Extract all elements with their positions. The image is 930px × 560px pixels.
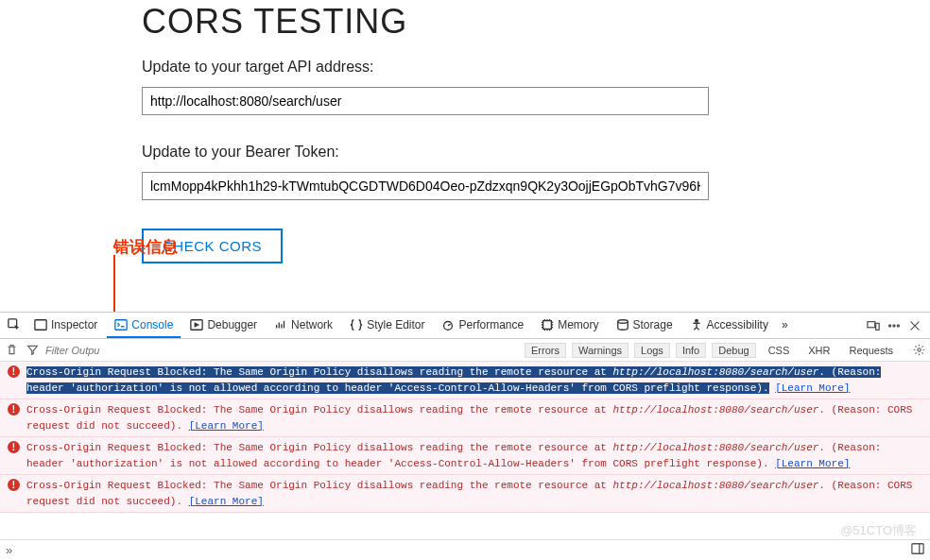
filter-icon xyxy=(25,344,40,356)
filter-logs-button[interactable]: Logs xyxy=(634,343,670,358)
svg-point-12 xyxy=(897,324,899,326)
tab-inspector[interactable]: Inspector xyxy=(26,313,105,338)
filter-errors-button[interactable]: Errors xyxy=(525,343,566,358)
dots-icon xyxy=(887,319,901,332)
accessibility-icon xyxy=(690,318,703,331)
svg-rect-14 xyxy=(912,544,923,554)
devtools-menu-button[interactable] xyxy=(887,318,902,333)
performance-icon xyxy=(441,318,455,331)
api-address-input[interactable] xyxy=(142,87,709,115)
devtools-footer: » xyxy=(0,539,930,560)
console-error-row[interactable]: !Cross-Origin Request Blocked: The Same … xyxy=(0,399,930,437)
trash-icon xyxy=(6,344,18,356)
svg-rect-9 xyxy=(876,323,880,330)
svg-point-11 xyxy=(893,324,895,326)
error-icon: ! xyxy=(8,365,20,378)
panel-icon xyxy=(911,542,924,555)
tab-label: Network xyxy=(291,318,333,331)
console-prompt-icon[interactable]: » xyxy=(6,543,12,557)
learn-more-link[interactable]: Learn More xyxy=(189,496,264,507)
close-icon xyxy=(908,319,921,332)
filter-css-button[interactable]: CSS xyxy=(762,343,797,358)
debugger-icon xyxy=(190,318,203,331)
console-filter-input[interactable] xyxy=(45,345,130,356)
console-settings-button[interactable] xyxy=(911,344,926,356)
console-error-row[interactable]: !Cross-Origin Request Blocked: The Same … xyxy=(0,437,930,475)
close-devtools-button[interactable] xyxy=(907,318,922,333)
tab-label: Accessibility xyxy=(707,318,768,331)
error-icon: ! xyxy=(8,441,20,453)
tab-label: Performance xyxy=(458,318,524,331)
console-error-row[interactable]: !Cross-Origin Request Blocked: The Same … xyxy=(0,475,930,513)
api-label: Update to your target API address: xyxy=(142,59,930,76)
tab-accessibility[interactable]: Accessibility xyxy=(682,313,776,338)
annotation-label: 错误信息 xyxy=(113,236,178,258)
learn-more-link[interactable]: Learn More xyxy=(775,458,850,469)
chevrons-right-icon: » xyxy=(782,318,788,331)
filter-info-button[interactable]: Info xyxy=(676,343,706,358)
watermark: @51CTO博客 xyxy=(840,522,917,539)
tab-memory[interactable]: Memory xyxy=(533,313,606,338)
filter-xhr-button[interactable]: XHR xyxy=(801,343,836,358)
tab-label: Memory xyxy=(558,318,598,331)
tab-label: Storage xyxy=(633,318,673,331)
svg-rect-5 xyxy=(543,320,552,329)
tab-performance[interactable]: Performance xyxy=(434,313,531,338)
learn-more-link[interactable]: Learn More xyxy=(189,420,264,432)
svg-point-13 xyxy=(917,348,920,351)
tab-label: Debugger xyxy=(207,318,257,331)
filter-debug-button[interactable]: Debug xyxy=(712,343,755,358)
tab-label: Style Editor xyxy=(367,318,424,331)
storage-icon xyxy=(616,318,629,331)
inspector-icon xyxy=(34,318,47,331)
split-console-button[interactable] xyxy=(911,542,924,558)
svg-point-7 xyxy=(695,319,698,322)
bearer-token-input[interactable] xyxy=(142,172,709,200)
responsive-mode-button[interactable] xyxy=(866,318,881,333)
svg-rect-1 xyxy=(35,319,46,330)
picker-icon xyxy=(8,318,21,331)
tab-storage[interactable]: Storage xyxy=(609,313,680,338)
memory-icon xyxy=(541,318,554,331)
style-icon xyxy=(350,318,363,331)
tabs-overflow-button[interactable]: » xyxy=(778,313,792,338)
console-icon xyxy=(114,318,128,331)
tab-label: Console xyxy=(131,318,173,331)
svg-point-10 xyxy=(889,324,891,326)
devtools-tabs: Inspector Console Debugger Network Style… xyxy=(0,313,930,339)
tab-label: Inspector xyxy=(51,318,97,331)
gear-icon xyxy=(913,344,925,356)
devices-icon xyxy=(867,319,880,332)
error-icon: ! xyxy=(8,403,20,416)
page-title: CORS TESTING xyxy=(142,2,930,42)
filter-requests-button[interactable]: Requests xyxy=(843,343,900,358)
svg-rect-2 xyxy=(115,319,127,330)
tab-style-editor[interactable]: Style Editor xyxy=(342,313,432,338)
svg-point-6 xyxy=(617,319,628,323)
learn-more-link[interactable]: Learn More xyxy=(775,382,850,394)
tab-debugger[interactable]: Debugger xyxy=(182,313,265,338)
error-icon: ! xyxy=(8,479,20,491)
tab-console[interactable]: Console xyxy=(107,313,181,338)
clear-console-button[interactable] xyxy=(4,344,19,356)
tab-network[interactable]: Network xyxy=(267,313,340,338)
devtools-panel: Inspector Console Debugger Network Style… xyxy=(0,312,930,560)
console-output[interactable]: !Cross-Origin Request Blocked: The Same … xyxy=(0,362,930,539)
console-toolbar: Errors Warnings Logs Info Debug CSS XHR … xyxy=(0,339,930,362)
svg-rect-8 xyxy=(868,321,875,327)
token-label: Update to your Bearer Token: xyxy=(142,144,930,161)
filter-warnings-button[interactable]: Warnings xyxy=(572,343,629,358)
network-icon xyxy=(274,318,287,331)
console-error-row[interactable]: !Cross-Origin Request Blocked: The Same … xyxy=(0,362,930,399)
pick-element-button[interactable] xyxy=(4,313,25,338)
